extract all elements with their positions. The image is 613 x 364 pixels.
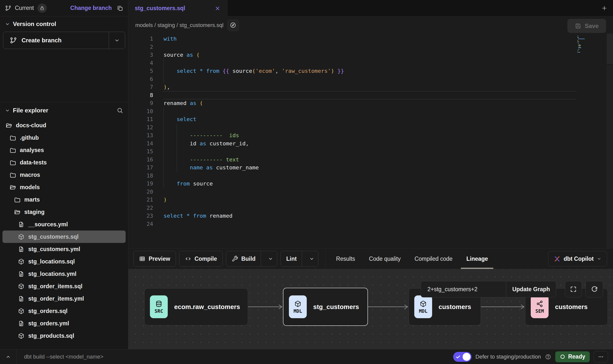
code-line-4[interactable]: 4 [128,59,613,67]
code-line-10[interactable]: 10 [128,107,613,116]
code-line-6[interactable]: 6 [128,75,613,83]
new-tab-button[interactable] [601,5,608,11]
search-icon[interactable] [117,107,123,114]
fullscreen-button[interactable] [565,281,582,297]
editor-scrollbar[interactable] [607,34,613,248]
refresh-button[interactable] [585,281,603,297]
save-button[interactable]: Save [567,19,606,33]
code-line-2[interactable]: 2 [128,43,613,51]
file-item-.github[interactable]: .github [2,131,126,144]
line-number: 12 [128,124,153,132]
code-line-1[interactable]: 1with [128,35,613,43]
code-line-3[interactable]: 3source as ( [128,51,613,59]
line-number: 20 [128,188,153,196]
code-line-14[interactable]: 14 id as customer_id, [128,140,613,148]
code-line-7[interactable]: 7), [128,83,613,91]
code-line-5[interactable]: 5 select * from {{ source('ecom', 'raw_c… [128,67,613,75]
copilot-chip-button[interactable] [227,20,239,31]
scrollbar-thumb[interactable] [607,34,613,65]
folder-open-icon [14,209,21,215]
code-line-15[interactable]: 15 [128,148,613,156]
cube-icon [419,300,427,308]
tab-stg-customers-sql[interactable]: stg_customers.sql [128,0,227,17]
line-number: 14 [128,140,153,148]
sidebar: Current Change branch Version control Cr… [0,0,128,349]
code-line-18[interactable]: 18 [128,172,613,180]
file-item-stg_locations.yml[interactable]: stg_locations.yml [2,268,126,280]
panel-tab-results[interactable]: Results [330,249,361,269]
file-item-models[interactable]: models [2,181,126,193]
code-line-13[interactable]: 13 ---------- ids [128,131,613,140]
code-line-24[interactable]: 24 [128,220,613,228]
code-line-21[interactable]: 21) [128,196,613,204]
version-control-header[interactable]: Version control [0,16,128,32]
lineage-selector-input[interactable] [421,281,506,297]
code-editor[interactable]: 1with23source as (45 select * from {{ so… [128,34,613,248]
line-number: 5 [128,67,153,75]
file-item-label: macros [20,172,40,178]
file-item-stg_customers.yml[interactable]: stg_customers.yml [2,243,126,255]
code-line-19[interactable]: 19 from source [128,180,613,188]
file-item-__sources.yml[interactable]: __sources.yml [2,218,126,231]
build-button[interactable]: Build [226,251,278,267]
help-icon[interactable] [545,354,551,360]
file-item-analyses[interactable]: analyses [2,144,126,156]
lineage-node-stg_customers[interactable]: MDLstg_customers [283,288,368,326]
version-control-title: Version control [13,21,56,27]
environment-status-badge[interactable]: Ready [555,351,590,362]
file-item-data-tests[interactable]: data-tests [2,156,126,169]
file-item-stg_products.sql[interactable]: stg_products.sql [2,330,126,342]
code-line-16[interactable]: 16 ---------- text [128,156,613,164]
code-line-12[interactable]: 12 [128,124,613,132]
defer-toggle[interactable] [453,352,472,362]
panel-tab-compiled-code[interactable]: Compiled code [409,249,458,269]
breadcrumb: models / staging / stg_customers.sql [135,22,223,28]
file-item-stg_order_items.yml[interactable]: stg_order_items.yml [2,292,126,305]
close-icon[interactable] [214,5,221,12]
code-line-22[interactable]: 22 [128,204,613,212]
code-line-23[interactable]: 23select * from renamed [128,212,613,220]
line-number: 10 [128,107,153,116]
file-item-stg_customers.sql[interactable]: stg_customers.sql [2,231,126,243]
code-line-9[interactable]: 9renamed as ( [128,99,613,107]
preview-button[interactable]: Preview [133,251,176,267]
file-item-staging[interactable]: staging [2,206,126,218]
file-item-macros[interactable]: macros [2,169,126,181]
file-item-stg_orders.sql[interactable]: stg_orders.sql [2,305,126,317]
expand-command-bar-button[interactable] [0,354,16,360]
lint-button[interactable]: Lint [280,251,318,267]
dbt-copilot-button[interactable]: dbt Copilot [548,251,607,266]
lineage-node-ecom.raw_customers[interactable]: SRCecom.raw_customers [144,288,248,325]
change-branch-link[interactable]: Change branch [70,5,112,11]
file-explorer-header[interactable]: File explorer [0,102,128,119]
file-item-label: marts [24,196,40,203]
table-icon [139,256,145,262]
file-item-stg_locations.sql[interactable]: stg_locations.sql [2,255,126,268]
line-number: 24 [128,220,153,228]
lineage-panel[interactable]: SRCecom.raw_customersMDLstg_customersMDL… [128,269,613,349]
file-item-docs-cloud[interactable]: docs-cloud [2,119,126,131]
more-options-button[interactable] [594,351,608,363]
create-branch-button[interactable]: Create branch [3,32,125,49]
update-graph-button[interactable]: Update Graph [506,281,556,297]
minimap[interactable] [577,36,605,53]
command-input[interactable] [17,354,453,360]
node-type-badge: SRC [150,295,168,318]
copy-icon[interactable] [117,5,123,11]
code-line-20[interactable]: 20 [128,188,613,196]
create-branch-menu-button[interactable] [109,32,125,49]
git-branch-icon [10,37,17,44]
line-number: 2 [128,43,153,51]
compile-button[interactable]: Compile [179,251,223,267]
code-line-11[interactable]: 11 select [128,115,613,124]
panel-tab-lineage[interactable]: Lineage [460,249,494,269]
panel-tab-code-quality[interactable]: Code quality [363,249,407,269]
code-line-8[interactable]: 8 [128,91,613,100]
lint-menu-button[interactable] [305,256,318,261]
file-item-marts[interactable]: marts [2,193,126,206]
build-menu-button[interactable] [264,256,277,261]
code-line-17[interactable]: 17 name as customer_name [128,164,613,172]
button-label: Compile [195,256,217,262]
file-item-stg_order_items.sql[interactable]: stg_order_items.sql [2,280,126,292]
file-item-stg_orders.yml[interactable]: stg_orders.yml [2,317,126,330]
